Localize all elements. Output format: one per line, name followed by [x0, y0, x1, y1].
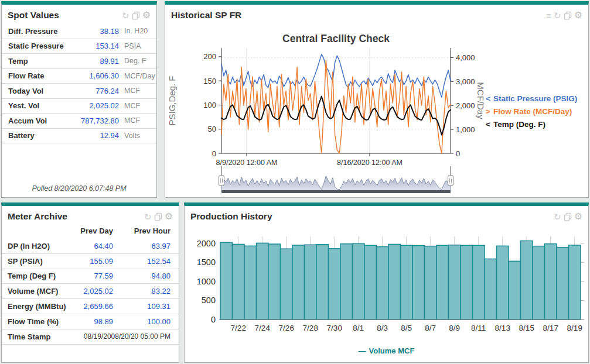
bar[interactable]	[401, 245, 413, 320]
y-tick-label: 500	[202, 296, 216, 305]
legend-label: Static Pressure (PSIG)	[493, 94, 577, 103]
copy-icon[interactable]	[564, 212, 572, 221]
copy-icon[interactable]	[564, 11, 572, 20]
copy-icon[interactable]	[132, 11, 140, 20]
bar[interactable]	[353, 243, 365, 320]
table-row: Accum Vol787,732.80MCF	[2, 114, 156, 129]
bar[interactable]	[340, 244, 353, 320]
series-static-pressure-psig[interactable]	[221, 54, 451, 98]
x-tick-label: 7/24	[255, 324, 271, 332]
legend-item[interactable]: >Flow Rate (MCF/Day)	[486, 105, 577, 118]
refresh-icon[interactable]: ↻	[554, 11, 561, 20]
bar[interactable]	[292, 245, 305, 320]
bar[interactable]	[316, 245, 329, 320]
bar[interactable]	[233, 244, 245, 320]
bar[interactable]	[220, 242, 233, 320]
bar[interactable]	[388, 244, 401, 320]
bar[interactable]	[425, 246, 437, 320]
settings-icon[interactable]: ⚙	[165, 212, 173, 221]
navigator-handle-right[interactable]	[448, 176, 453, 186]
table-row: SP (PSIA)155.09152.54	[2, 254, 179, 269]
refresh-icon[interactable]: ↻	[122, 11, 129, 20]
prev-day-value: 64.40	[69, 242, 113, 250]
legend-label: Flow Rate (MCF/Day)	[493, 107, 572, 116]
bar[interactable]	[268, 244, 281, 320]
refresh-icon[interactable]: ↻	[144, 212, 152, 221]
bar[interactable]	[364, 245, 377, 320]
column-prev-day: Prev Day	[69, 226, 113, 235]
spot-values-header: Spot Values ↻⚙	[2, 5, 156, 24]
navigator-track[interactable]	[221, 190, 451, 193]
settings-icon[interactable]: ⚙	[142, 11, 151, 20]
bar[interactable]	[449, 245, 461, 320]
bar[interactable]	[436, 245, 449, 320]
row-label: Temp (Deg F)	[8, 272, 69, 280]
row-label: Energy (MMBtu)	[8, 302, 69, 311]
bar[interactable]	[257, 243, 269, 320]
row-label: Temp	[8, 57, 65, 66]
historical-header: Historical SP FR ≡↻⚙	[165, 5, 588, 24]
meter-archive-table: DP (In H2O)64.4063.97SP (PSIA)155.09152.…	[2, 239, 179, 345]
x-tick-label: 8/3	[377, 324, 388, 332]
y-left-tick-label: 150	[203, 77, 216, 85]
bar[interactable]	[485, 259, 497, 320]
x-tick-label: 8/11	[471, 324, 486, 332]
bar[interactable]	[521, 241, 533, 320]
bar[interactable]	[497, 246, 509, 320]
row-label: Battery	[8, 131, 65, 140]
copy-icon[interactable]	[154, 212, 162, 221]
y-left-tick-label: 50	[208, 125, 216, 133]
bar[interactable]	[244, 246, 257, 320]
panel-title: Historical SP FR	[171, 10, 241, 20]
production-chart[interactable]: 05001000150020007/227/247/267/287/308/18…	[185, 225, 588, 345]
bar[interactable]	[329, 249, 341, 320]
bar[interactable]	[569, 245, 581, 320]
refresh-icon[interactable]: ↻	[554, 212, 561, 221]
row-value: 153.14	[65, 42, 119, 50]
row-label: Static Pressure	[8, 42, 65, 50]
panel-toolbar: ↻⚙	[144, 212, 173, 221]
table-row: Yest. Vol2,025.02MCF	[2, 99, 156, 114]
y-right-tick-label: 2,000	[456, 101, 475, 110]
x-tick-label: 7/22	[231, 324, 246, 332]
y-left-tick-label: 100	[203, 101, 216, 109]
x-tick-label: 8/13	[495, 324, 510, 332]
bar[interactable]	[412, 246, 425, 320]
bar[interactable]	[461, 245, 473, 320]
bar[interactable]	[509, 261, 521, 320]
y-right-tick-label: 1,000	[456, 125, 475, 134]
y-tick-label: 1500	[197, 257, 216, 267]
legend-label: Temp (Deg. F)	[493, 120, 545, 129]
production-header: Production History ↻⚙	[185, 206, 588, 225]
x-tick-label: 8/17	[543, 324, 558, 332]
y-tick-label: 1000	[197, 277, 216, 286]
prev-hour-value: 63.97	[113, 242, 173, 250]
bar[interactable]	[305, 245, 317, 320]
settings-icon[interactable]: ⚙	[574, 11, 582, 20]
table-row: Volume (MCF)2,025.0283.22	[2, 284, 179, 299]
x-tick-label: 8/9	[449, 324, 460, 332]
axis-arrow-icon: <	[486, 120, 490, 129]
sliders-icon[interactable]: ≡	[546, 11, 551, 20]
bar[interactable]	[533, 246, 545, 320]
bar[interactable]	[281, 249, 293, 320]
settings-icon[interactable]: ⚙	[574, 212, 582, 221]
legend-swatch: —	[359, 346, 366, 355]
table-row: Temp (Deg F)77.5994.80	[2, 269, 179, 284]
y-right-axis-label: MCF/Day	[476, 82, 486, 119]
table-row: Flow Time (%)98.89100.00	[2, 314, 179, 329]
meter-archive-columns: Prev Day Prev Hour	[2, 225, 179, 239]
row-unit: Deg. F	[119, 57, 152, 65]
legend-item[interactable]: <Temp (Deg. F)	[486, 118, 577, 131]
navigator-area[interactable]	[221, 176, 451, 191]
row-label: DP (In H2O)	[8, 242, 69, 250]
x-tick-label: 8/7	[425, 324, 436, 332]
bar[interactable]	[557, 248, 569, 320]
row-label: SP (PSIA)	[8, 257, 69, 266]
legend-item[interactable]: <Static Pressure (PSIG)	[486, 92, 577, 105]
bar[interactable]	[473, 245, 485, 320]
meter-archive-header: Meter Archive ↻⚙	[2, 206, 179, 225]
bar[interactable]	[377, 247, 389, 320]
navigator-handle-left[interactable]	[219, 176, 224, 186]
bar[interactable]	[545, 244, 557, 320]
